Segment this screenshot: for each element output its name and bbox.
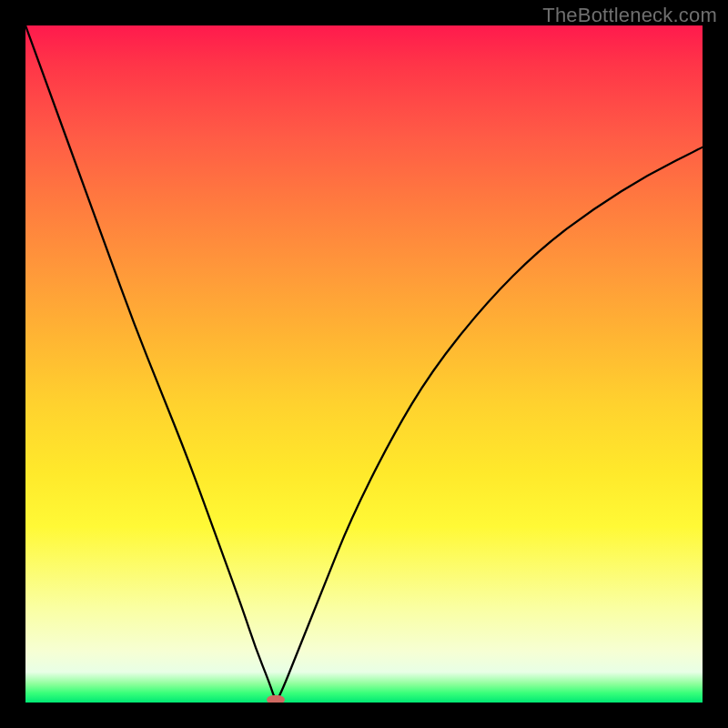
- plot-area: [25, 25, 703, 703]
- chart-frame: TheBottleneck.com: [0, 0, 728, 728]
- vertex-dot: [267, 695, 285, 703]
- bottleneck-curve-path: [25, 25, 703, 699]
- watermark-text: TheBottleneck.com: [542, 4, 717, 27]
- curve-svg: [25, 25, 703, 703]
